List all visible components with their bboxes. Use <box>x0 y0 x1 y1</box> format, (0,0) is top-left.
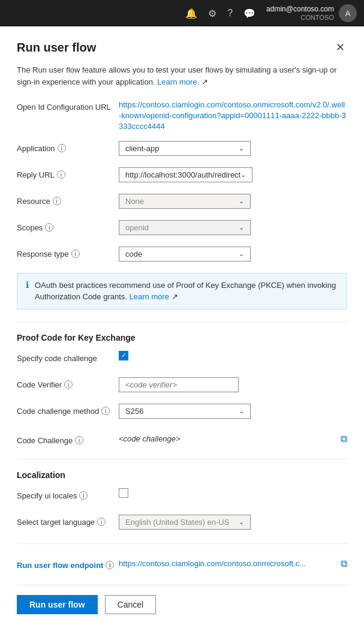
run-endpoint-row: Run user flow endpoint i https://contoso… <box>17 555 347 573</box>
code-challenge-label: Code Challenge i <box>17 433 119 445</box>
resource-dropdown[interactable]: None ⌄ <box>119 194 251 209</box>
code-verifier-input[interactable] <box>119 377 239 392</box>
run-endpoint-info-icon[interactable]: i <box>106 561 114 569</box>
select-target-language-arrow: ⌄ <box>239 518 244 526</box>
code-challenge-method-info-icon[interactable]: i <box>101 407 110 415</box>
code-challenge-value: <code challenge> <box>119 434 336 443</box>
panel-header: Run user flow ✕ <box>17 41 347 55</box>
select-target-language-row: Select target language i English (United… <box>17 515 347 533</box>
scopes-row: Scopes i openid ⌄ <box>17 220 347 238</box>
select-target-language-info-icon[interactable]: i <box>97 518 106 526</box>
reply-url-dropdown-arrow: ⌄ <box>240 171 246 179</box>
reply-url-label: Reply URL i <box>17 167 119 179</box>
copy-endpoint-icon[interactable]: ⧉ <box>341 558 347 569</box>
specify-code-challenge-checkbox-container: ✓ <box>119 351 128 360</box>
response-type-label: Response type i <box>17 247 119 259</box>
specify-ui-locales-checkbox[interactable] <box>119 488 128 498</box>
openid-config-url: https://contoso.ciamlogin.com/contoso.on… <box>119 100 347 133</box>
divider-3 <box>17 543 347 544</box>
scopes-dropdown-arrow: ⌄ <box>239 224 244 232</box>
code-challenge-method-arrow: ⌄ <box>239 407 244 415</box>
scopes-info-icon[interactable]: i <box>45 223 53 232</box>
resource-row: Resource i None ⌄ <box>17 194 347 212</box>
panel-title: Run user flow <box>17 41 96 55</box>
divider-1 <box>17 321 347 322</box>
pkce-section-title: Proof Code for Key Exchange <box>17 333 347 342</box>
info-box-text: OAuth best practices recommend use of Pr… <box>35 280 338 303</box>
code-verifier-info-icon[interactable]: i <box>64 380 73 389</box>
select-target-language-label: Select target language i <box>17 515 119 527</box>
localization-section-title: Localization <box>17 470 347 480</box>
help-icon[interactable]: ? <box>227 8 233 19</box>
code-challenge-info-icon[interactable]: i <box>75 436 83 444</box>
cancel-button[interactable]: Cancel <box>105 595 157 614</box>
avatar[interactable]: A <box>339 4 357 22</box>
specify-code-challenge-checkbox[interactable]: ✓ <box>119 351 128 360</box>
specify-code-challenge-row: Specify code challenge ✓ <box>17 351 347 369</box>
pkce-learn-more-link[interactable]: Learn more <box>130 292 169 301</box>
application-dropdown-arrow: ⌄ <box>239 145 244 152</box>
code-challenge-row: Code Challenge i <code challenge> ⧉ <box>17 430 347 448</box>
openid-config-row: Open Id Configuration URL https://contos… <box>17 100 347 133</box>
divider-2 <box>17 459 347 459</box>
learn-more-link[interactable]: Learn more. <box>157 77 199 86</box>
response-type-dropdown-arrow: ⌄ <box>239 250 244 258</box>
application-row: Application i client-app ⌄ <box>17 141 347 159</box>
user-email: admin@contoso.com <box>266 5 334 13</box>
response-type-info-icon[interactable]: i <box>71 250 80 258</box>
openid-config-label: Open Id Configuration URL <box>17 100 119 112</box>
application-info-icon[interactable]: i <box>58 144 66 152</box>
application-dropdown[interactable]: client-app ⌄ <box>119 141 251 156</box>
code-verifier-label: Code Verifier i <box>17 377 119 389</box>
panel-description: The Run user flow feature allows you to … <box>17 64 347 88</box>
code-challenge-method-label: Code challenge method i <box>17 404 119 416</box>
topbar: 🔔 ⚙ ? 💬 admin@contoso.com CONTOSO A <box>0 0 364 26</box>
notification-icon[interactable]: 🔔 <box>185 8 197 19</box>
specify-code-challenge-label: Specify code challenge <box>17 351 119 363</box>
resource-label: Resource i <box>17 194 119 206</box>
specify-ui-locales-label: Specify ui locales i <box>17 488 119 500</box>
oauth-info-box: ℹ OAuth best practices recommend use of … <box>17 273 347 310</box>
reply-url-dropdown[interactable]: http://localhost:3000/auth/redirect ⌄ <box>119 167 252 182</box>
specify-ui-locales-row: Specify ui locales i <box>17 488 347 506</box>
feedback-icon[interactable]: 💬 <box>243 8 255 19</box>
run-endpoint-label: Run user flow endpoint i <box>17 558 119 570</box>
application-label: Application i <box>17 141 119 153</box>
close-button[interactable]: ✕ <box>333 41 347 54</box>
select-target-language-dropdown[interactable]: English (United States) en-US ⌄ <box>119 515 251 530</box>
run-user-flow-panel: Run user flow ✕ The Run user flow featur… <box>0 26 364 619</box>
panel-footer: Run user flow Cancel <box>17 585 347 614</box>
settings-icon[interactable]: ⚙ <box>208 8 216 19</box>
resource-info-icon[interactable]: i <box>53 197 61 205</box>
scopes-dropdown[interactable]: openid ⌄ <box>119 220 251 235</box>
reply-url-row: Reply URL i http://localhost:3000/auth/r… <box>17 167 347 185</box>
specify-ui-locales-checkbox-container <box>119 488 128 498</box>
user-info[interactable]: admin@contoso.com CONTOSO A <box>266 4 357 22</box>
response-type-dropdown[interactable]: code ⌄ <box>119 247 251 262</box>
response-type-row: Response type i code ⌄ <box>17 247 347 265</box>
code-challenge-method-row: Code challenge method i S256 ⌄ <box>17 404 347 422</box>
run-user-flow-button[interactable]: Run user flow <box>17 595 98 614</box>
scopes-label: Scopes i <box>17 220 119 232</box>
specify-ui-locales-info-icon[interactable]: i <box>79 491 88 500</box>
info-box-icon: ℹ <box>26 280 29 290</box>
code-verifier-row: Code Verifier i <box>17 377 347 395</box>
copy-code-challenge-icon[interactable]: ⧉ <box>341 434 347 444</box>
code-challenge-method-dropdown[interactable]: S256 ⌄ <box>119 404 251 419</box>
reply-url-info-icon[interactable]: i <box>57 170 65 179</box>
resource-dropdown-arrow: ⌄ <box>239 197 244 205</box>
user-tenant: CONTOSO <box>266 14 334 22</box>
run-endpoint-url: https://contoso.ciamlogin.com/contoso.on… <box>119 559 336 568</box>
